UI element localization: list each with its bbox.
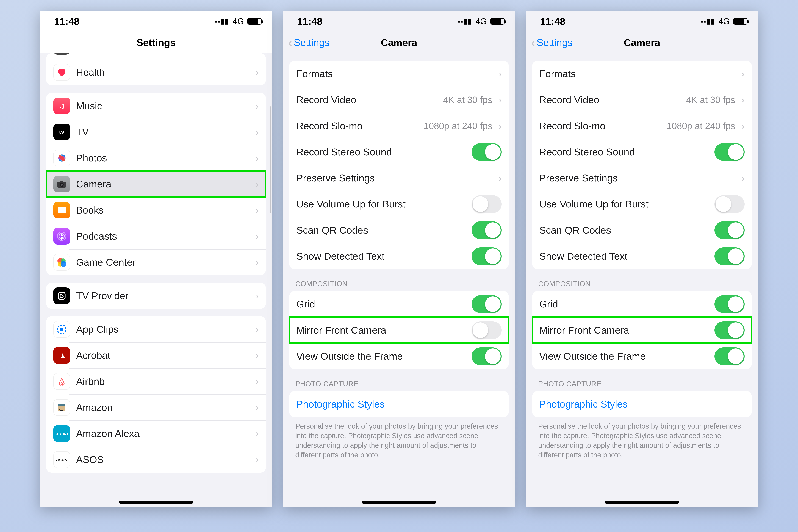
toggle-mirror[interactable]: [715, 321, 745, 339]
row-volup[interactable]: Use Volume Up for Burst: [289, 191, 509, 217]
phone-camera-mirror-off: 11:48 ▪▪▮▮ 4G ‹ Settings Camera Formats›…: [283, 11, 515, 507]
camera-group-2: GridMirror Front CameraView Outside the …: [289, 291, 509, 369]
photocapture-header: Photo Capture: [526, 369, 758, 391]
row-camera[interactable]: Camera ›: [46, 171, 266, 197]
row-detected[interactable]: Show Detected Text: [289, 243, 509, 269]
row-alexa[interactable]: alexa Amazon Alexa ›: [46, 420, 266, 446]
home-indicator[interactable]: [362, 501, 436, 504]
toggle-detected[interactable]: [472, 247, 502, 265]
chevron-right-icon: ›: [498, 68, 502, 79]
toggle-grid[interactable]: [472, 295, 502, 313]
home-indicator[interactable]: [119, 501, 193, 504]
row-peek[interactable]: ›: [46, 53, 266, 59]
row-qr[interactable]: Scan QR Codes: [532, 217, 752, 243]
row-stereo[interactable]: Record Stereo Sound: [532, 139, 752, 165]
toggle-stereo[interactable]: [472, 143, 502, 161]
toggle-qr[interactable]: [472, 221, 502, 239]
row-amazon[interactable]: Amazon ›: [46, 394, 266, 420]
row-detected[interactable]: Show Detected Text: [532, 243, 752, 269]
toggle-mirror[interactable]: [472, 321, 502, 339]
chevron-left-icon: ‹: [531, 36, 535, 49]
row-recvideo[interactable]: Record Video4K at 30 fps›: [289, 87, 509, 113]
chevron-right-icon: ›: [255, 100, 259, 112]
row-value: 4K at 30 fps: [686, 95, 735, 105]
row-label: Music: [76, 100, 249, 112]
photocapture-header: Photo Capture: [283, 369, 515, 391]
row-qr[interactable]: Scan QR Codes: [289, 217, 509, 243]
toggle-detected[interactable]: [715, 247, 745, 265]
chevron-right-icon: ›: [255, 454, 259, 465]
row-airbnb[interactable]: Airbnb ›: [46, 368, 266, 394]
toggle-volup[interactable]: [472, 195, 502, 213]
row-label: Mirror Front Camera: [296, 324, 466, 336]
toggle-stereo[interactable]: [715, 143, 745, 161]
podcasts-icon: [53, 228, 70, 245]
row-volup[interactable]: Use Volume Up for Burst: [532, 191, 752, 217]
toggle-qr[interactable]: [715, 221, 745, 239]
row-label: Mirror Front Camera: [539, 324, 708, 336]
camera-group-3: Photographic Styles: [289, 391, 509, 417]
toggle-viewoutside[interactable]: [715, 347, 745, 365]
row-grid[interactable]: Grid: [532, 291, 752, 317]
toggle-grid[interactable]: [715, 295, 745, 313]
toggle-volup[interactable]: [715, 195, 745, 213]
row-label: Acrobat: [76, 349, 249, 361]
airbnb-icon: [53, 373, 70, 390]
row-formats[interactable]: Formats›: [289, 61, 509, 87]
back-button[interactable]: ‹ Settings: [288, 36, 330, 49]
camera-content[interactable]: Formats›Record Video4K at 30 fps›Record …: [283, 53, 515, 507]
phone-camera-mirror-on: 11:48 ▪▪▮▮ 4G ‹ Settings Camera Formats›…: [526, 11, 758, 507]
back-button[interactable]: ‹ Settings: [531, 36, 573, 49]
settings-content[interactable]: › Health › ♫ Music › tv TV ›: [40, 53, 272, 507]
chevron-right-icon: ›: [255, 66, 259, 78]
row-health[interactable]: Health ›: [46, 59, 266, 85]
row-formats[interactable]: Formats›: [532, 61, 752, 87]
row-appclips[interactable]: App Clips ›: [46, 316, 266, 342]
row-styles[interactable]: Photographic Styles: [289, 391, 509, 417]
row-asos[interactable]: asos ASOS ›: [46, 446, 266, 473]
row-music[interactable]: ♫ Music ›: [46, 93, 266, 119]
row-tvprovider[interactable]: TV Provider ›: [46, 283, 266, 309]
row-recslomo[interactable]: Record Slo-mo1080p at 240 fps›: [289, 113, 509, 139]
row-podcasts[interactable]: Podcasts ›: [46, 223, 266, 249]
row-styles[interactable]: Photographic Styles: [532, 391, 752, 417]
row-books[interactable]: Books ›: [46, 197, 266, 223]
svg-point-14: [61, 234, 63, 236]
row-gamecenter[interactable]: Game Center ›: [46, 249, 266, 275]
row-grid[interactable]: Grid: [289, 291, 509, 317]
health-icon: [53, 64, 70, 81]
row-label: Record Stereo Sound: [296, 146, 466, 158]
status-icons: ▪▪▮▮ 4G: [215, 17, 262, 26]
row-preserve[interactable]: Preserve Settings›: [532, 165, 752, 191]
camera-content[interactable]: Formats›Record Video4K at 30 fps›Record …: [526, 53, 758, 507]
row-viewoutside[interactable]: View Outside the Frame: [289, 343, 509, 369]
row-label: Grid: [296, 298, 466, 310]
row-acrobat[interactable]: Acrobat ›: [46, 342, 266, 368]
row-viewoutside[interactable]: View Outside the Frame: [532, 343, 752, 369]
svg-point-18: [61, 261, 66, 267]
row-value: 1080p at 240 fps: [667, 120, 735, 131]
acrobat-icon: [53, 347, 70, 364]
row-value: 1080p at 240 fps: [424, 120, 492, 131]
chevron-right-icon: ›: [741, 68, 745, 79]
row-recvideo[interactable]: Record Video4K at 30 fps›: [532, 87, 752, 113]
row-photos[interactable]: Photos ›: [46, 145, 266, 171]
music-icon: ♫: [53, 97, 70, 114]
group-apps: App Clips › Acrobat › Airbnb ›: [46, 316, 266, 473]
status-icons: ▪▪▮▮ 4G: [701, 17, 747, 26]
svg-rect-21: [60, 327, 63, 331]
row-preserve[interactable]: Preserve Settings›: [289, 165, 509, 191]
row-label: Record Slo-mo: [296, 120, 418, 132]
row-label: Preserve Settings: [296, 172, 492, 184]
home-indicator[interactable]: [605, 501, 679, 504]
row-label: App Clips: [76, 323, 249, 335]
signal-icon: ▪▪▮▮: [458, 17, 472, 25]
row-stereo[interactable]: Record Stereo Sound: [289, 139, 509, 165]
row-mirror[interactable]: Mirror Front Camera: [289, 317, 509, 343]
row-tv[interactable]: tv TV ›: [46, 119, 266, 145]
nav-bar: ‹ Settings Camera: [526, 32, 758, 53]
row-mirror[interactable]: Mirror Front Camera: [532, 317, 752, 343]
row-recslomo[interactable]: Record Slo-mo1080p at 240 fps›: [532, 113, 752, 139]
row-label: TV: [76, 126, 249, 138]
toggle-viewoutside[interactable]: [472, 347, 502, 365]
